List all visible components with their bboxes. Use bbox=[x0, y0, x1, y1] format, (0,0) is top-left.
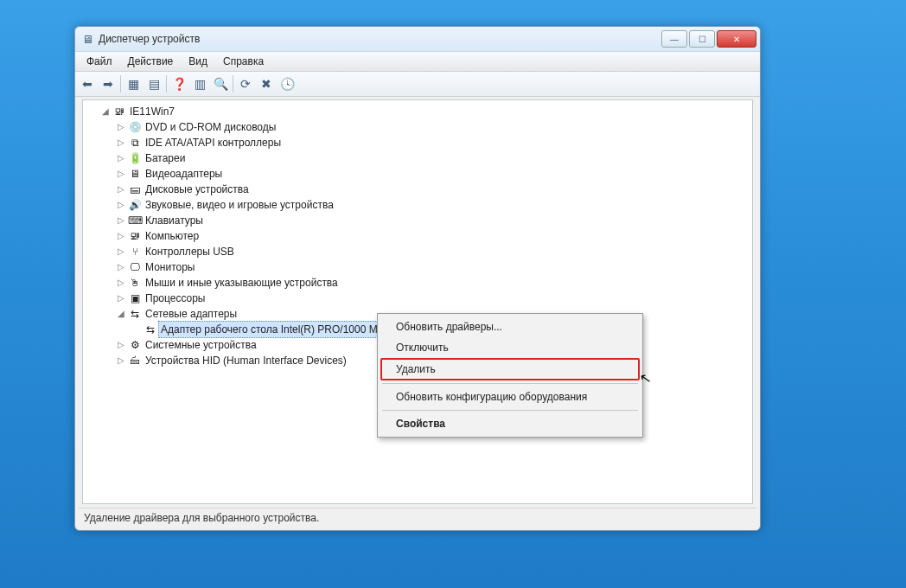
expander-icon[interactable]: ▷ bbox=[116, 166, 125, 182]
device-icon: ⌨ bbox=[128, 214, 142, 227]
ctx-disable[interactable]: Отключить bbox=[380, 337, 640, 358]
tree-item-label: Системные устройства bbox=[145, 337, 257, 353]
toolbar: ⬅ ➡ ▦ ▤ ❓ ▥ 🔍 ⟳ ✖ 🕓 bbox=[75, 72, 760, 97]
tree-item-label: Дисковые устройства bbox=[145, 182, 249, 197]
tree-item[interactable]: ▷⧉IDE ATA/ATAPI контроллеры bbox=[88, 135, 747, 150]
expander-icon[interactable]: ▷ bbox=[116, 353, 125, 368]
expander-icon[interactable]: ◢ bbox=[116, 306, 125, 322]
ctx-label: Отключить bbox=[396, 342, 449, 354]
device-icon: ⑂ bbox=[128, 245, 142, 259]
tree-item-label: IDE ATA/ATAPI контроллеры bbox=[145, 135, 281, 150]
device-icon: 🖱 bbox=[128, 276, 142, 290]
tree-item[interactable]: ▷🖴Дисковые устройства bbox=[88, 182, 747, 197]
expander-icon[interactable]: ▷ bbox=[116, 135, 125, 150]
ctx-properties[interactable]: Свойства bbox=[380, 413, 640, 434]
device-manager-window: 🖥 Диспетчер устройств — ☐ ✕ Файл Действи… bbox=[74, 26, 761, 531]
status-text: Удаление драйвера для выбранного устройс… bbox=[84, 512, 319, 524]
window-title: Диспетчер устройств bbox=[99, 33, 661, 45]
ctx-label: Свойства bbox=[396, 418, 445, 430]
device-icon: ⚙ bbox=[128, 338, 142, 352]
device-icon: ▣ bbox=[128, 291, 142, 305]
expander-icon[interactable]: ▷ bbox=[116, 275, 125, 291]
tree-item[interactable]: ◢🖳IE11Win7 bbox=[88, 104, 747, 119]
uninstall-button[interactable]: ✖ bbox=[256, 74, 277, 94]
expander-icon[interactable]: ▷ bbox=[116, 291, 125, 306]
tree-item-label: Звуковые, видео и игровые устройства bbox=[145, 197, 334, 213]
tree-item[interactable]: ▷⌨Клавиатуры bbox=[88, 213, 747, 228]
back-button[interactable]: ⬅ bbox=[77, 74, 98, 94]
ctx-update-drivers[interactable]: Обновить драйверы... bbox=[380, 316, 640, 337]
expander-icon[interactable]: ▷ bbox=[116, 213, 125, 228]
ctx-label: Обновить конфигурацию оборудования bbox=[396, 391, 587, 403]
separator bbox=[233, 75, 233, 93]
expander-icon[interactable]: ▷ bbox=[116, 182, 125, 197]
device-icon: ⧉ bbox=[128, 136, 142, 150]
ctx-refresh-hw[interactable]: Обновить конфигурацию оборудования bbox=[380, 387, 640, 407]
tree-item[interactable]: ▷🔊Звуковые, видео и игровые устройства bbox=[88, 197, 747, 213]
tree-item[interactable]: ▷🔋Батареи bbox=[88, 150, 747, 166]
tree-item[interactable]: ▷⑂Контроллеры USB bbox=[88, 244, 747, 259]
tree-item[interactable]: ▷🖵Мониторы bbox=[88, 259, 747, 275]
ctx-label: Удалить bbox=[396, 363, 436, 375]
tree-item-label: Устройства HID (Human Interface Devices) bbox=[145, 353, 347, 368]
tree-item-label: Видеоадаптеры bbox=[145, 166, 222, 182]
menu-view[interactable]: Вид bbox=[181, 54, 215, 69]
tree-panel: ◢🖳IE11Win7▷💿DVD и CD-ROM дисководы▷⧉IDE … bbox=[82, 99, 753, 504]
titlebar[interactable]: 🖥 Диспетчер устройств — ☐ ✕ bbox=[75, 27, 760, 52]
expander-icon[interactable]: ▷ bbox=[116, 228, 125, 244]
separator bbox=[382, 383, 638, 384]
tree-item-label: Компьютер bbox=[145, 228, 199, 244]
tree-item[interactable]: ▷💿DVD и CD-ROM дисководы bbox=[88, 119, 747, 135]
tree-item-label: Процессоры bbox=[145, 291, 206, 306]
refresh-button[interactable]: ⟳ bbox=[235, 74, 256, 94]
forward-button[interactable]: ➡ bbox=[98, 74, 118, 94]
expander-icon[interactable]: ▷ bbox=[116, 244, 125, 259]
tree-item[interactable]: ▷🖳Компьютер bbox=[88, 228, 747, 244]
device-icon: ⇆ bbox=[128, 307, 142, 321]
tree-item[interactable]: ▷▣Процессоры bbox=[88, 291, 747, 306]
tree-item-label: Клавиатуры bbox=[145, 213, 203, 228]
help-button[interactable]: ❓ bbox=[169, 74, 189, 94]
tree-item-label: Мониторы bbox=[145, 259, 195, 275]
minimize-button[interactable]: — bbox=[661, 30, 687, 48]
show-button[interactable]: ▥ bbox=[189, 74, 210, 94]
expander-icon[interactable]: ◢ bbox=[100, 104, 110, 119]
device-icon: ⇆ bbox=[144, 323, 157, 336]
menu-file[interactable]: Файл bbox=[79, 54, 120, 69]
tree-item[interactable]: ▷🖥Видеоадаптеры bbox=[88, 166, 747, 182]
tree-item-label: DVD и CD-ROM дисководы bbox=[145, 119, 276, 135]
menubar: Файл Действие Вид Справка bbox=[75, 52, 760, 72]
scan-button[interactable]: 🕓 bbox=[277, 74, 297, 94]
menu-action[interactable]: Действие bbox=[120, 54, 182, 69]
context-menu: Обновить драйверы... Отключить Удалить О… bbox=[377, 313, 643, 438]
maximize-button[interactable]: ☐ bbox=[689, 30, 715, 48]
expander-icon[interactable]: ▷ bbox=[116, 119, 125, 135]
app-icon: 🖥 bbox=[82, 33, 93, 46]
find-button[interactable]: 🔍 bbox=[210, 74, 231, 94]
tree-item-label: Контроллеры USB bbox=[145, 244, 234, 259]
tree-item-label: Мыши и иные указывающие устройства bbox=[145, 275, 338, 291]
device-icon: 🖴 bbox=[128, 182, 142, 196]
expander-icon[interactable]: ▷ bbox=[116, 337, 125, 353]
separator bbox=[382, 410, 638, 411]
tree-item-label: Батареи bbox=[145, 150, 185, 166]
properties-button[interactable]: ▤ bbox=[144, 74, 164, 94]
show-hide-tree-button[interactable]: ▦ bbox=[123, 74, 144, 94]
tree-item[interactable]: ▷🖱Мыши и иные указывающие устройства bbox=[88, 275, 747, 291]
ctx-delete[interactable]: Удалить bbox=[380, 358, 640, 380]
expander-icon[interactable]: ▷ bbox=[116, 259, 125, 275]
status-bar: Удаление драйвера для выбранного устройс… bbox=[79, 508, 756, 527]
expander-icon[interactable]: ▷ bbox=[116, 197, 125, 213]
device-icon: 🖮 bbox=[128, 354, 142, 368]
device-icon: 🖥 bbox=[128, 167, 142, 181]
menu-help[interactable]: Справка bbox=[215, 54, 271, 69]
device-icon: 🖳 bbox=[112, 105, 126, 118]
device-icon: 🖵 bbox=[128, 260, 142, 274]
close-button[interactable]: ✕ bbox=[717, 30, 756, 48]
separator bbox=[120, 75, 121, 93]
ctx-label: Обновить драйверы... bbox=[396, 321, 502, 333]
device-icon: 🔋 bbox=[128, 151, 142, 165]
device-icon: 🖳 bbox=[128, 229, 142, 243]
expander-icon[interactable]: ▷ bbox=[116, 150, 125, 166]
separator bbox=[166, 75, 167, 93]
